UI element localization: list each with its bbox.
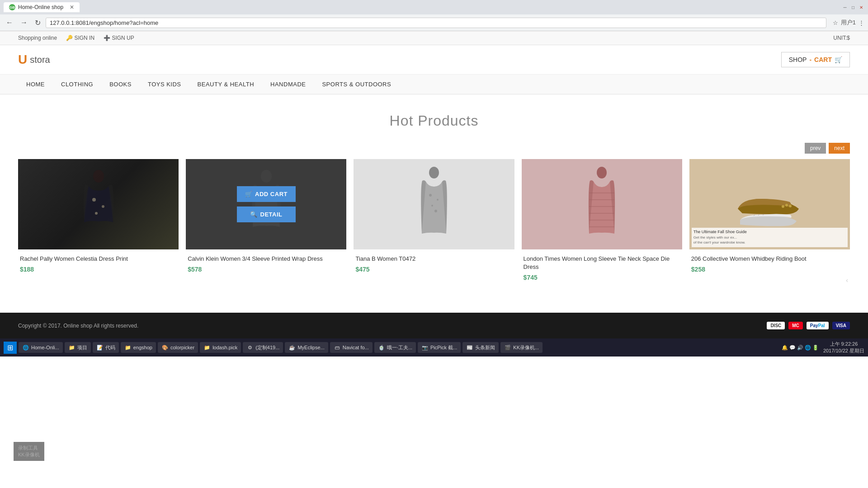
next-button[interactable]: next — [829, 143, 850, 154]
taskbar-item-wangwang[interactable]: 🍵 哦一·工夫... — [374, 342, 416, 353]
address-bar[interactable] — [46, 18, 826, 28]
product-info-2: Calvin Klein Women 3/4 Sleeve Printed Wr… — [186, 249, 346, 275]
taskbar-colorpicker-label: colorpicker — [170, 345, 194, 350]
eclipse-icon: ☕ — [288, 344, 296, 351]
nav-item-beauty-health[interactable]: BEAUTY & HEALTH — [189, 75, 263, 94]
taskbar-eclipse-label: MyEclipse... — [297, 345, 324, 350]
window-controls: ─ □ ✕ — [842, 4, 864, 10]
product-figure-3 — [416, 166, 452, 243]
browser-actions: ☆ 用户1 ⋮ — [833, 19, 864, 27]
reload-btn[interactable]: ↻ — [33, 18, 43, 28]
taskbar-item-colorpicker[interactable]: 🎨 colorpicker — [158, 342, 198, 353]
shopping-online-link[interactable]: Shopping online — [18, 35, 57, 41]
taskbar-item-code[interactable]: 📝 代码 — [93, 342, 119, 353]
taskbar-code-label: 代码 — [105, 344, 115, 351]
svg-point-18 — [785, 204, 788, 206]
taskbar-engshop-label: engshop — [133, 345, 152, 350]
shop-label: SHOP — [789, 56, 807, 63]
add-cart-button-2[interactable]: 🛒 ADD CART — [237, 186, 296, 202]
product-image-3 — [354, 159, 514, 249]
dash-separator: - — [809, 56, 811, 63]
browser-tab[interactable]: GB Home-Online shop ✕ — [4, 2, 80, 12]
svg-point-6 — [429, 194, 432, 197]
svg-point-17 — [782, 205, 784, 208]
taskbar-item-kk[interactable]: 🎬 KK录像机... — [500, 342, 542, 353]
logo-text: stora — [30, 55, 50, 65]
taskbar-config-label: (定制419... — [255, 344, 279, 351]
payment-icons: DISC MC PayPal VISA — [767, 322, 850, 329]
svg-point-2 — [102, 205, 104, 208]
back-btn[interactable]: ← — [4, 18, 15, 28]
nav-item-handmade[interactable]: HANDMADE — [262, 75, 314, 94]
svg-point-1 — [92, 198, 96, 202]
taskbar-item-navicat[interactable]: 🗃 Navicat fo... — [330, 342, 373, 353]
taskbar-item-eclipse[interactable]: ☕ MyEclipse... — [285, 342, 328, 353]
browser-titlebar: GB Home-Online shop ✕ ─ □ ✕ — [0, 0, 868, 14]
svg-point-19 — [789, 205, 792, 207]
start-button[interactable]: ⊞ — [4, 342, 17, 354]
product-price-1: $188 — [20, 266, 177, 273]
nav-item-toys-kids[interactable]: TOYS KIDS — [140, 75, 189, 94]
product-card-5[interactable]: The Ultimate Fall Shoe Guide Get the sty… — [689, 159, 850, 286]
folder1-icon: 📁 — [68, 344, 75, 351]
picpick-icon: 📷 — [421, 344, 429, 351]
product-price-2: $578 — [188, 266, 344, 273]
svg-point-3 — [95, 212, 98, 215]
signin-link[interactable]: 🔑 SIGN IN — [66, 35, 94, 41]
product-figure-5 — [733, 177, 806, 231]
product-price-4: $745 — [524, 274, 680, 281]
wangwang-icon: 🍵 — [378, 344, 385, 351]
close-btn[interactable]: ✕ — [858, 4, 864, 10]
taskbar-navicat-label: Navicat fo... — [343, 345, 369, 350]
prev-button[interactable]: prev — [805, 143, 826, 154]
code-icon: 📝 — [96, 344, 104, 351]
maximize-btn[interactable]: □ — [850, 4, 856, 10]
product-name-5: 206 Collective Women Whidbey Riding Boot — [691, 255, 848, 263]
nav-item-clothing[interactable]: CLOTHING — [53, 75, 101, 94]
navicat-icon: 🗃 — [334, 344, 341, 351]
product-name-1: Rachel Pally Women Celestia Dress Print — [20, 255, 177, 263]
prev-product-icon[interactable]: ‹ — [846, 277, 848, 284]
taskbar-item-picpick[interactable]: 📷 PicPick 截... — [418, 342, 461, 353]
product-card-1[interactable]: Rachel Pally Women Celestia Dress Print … — [18, 159, 179, 286]
svg-point-5 — [429, 167, 439, 178]
colorpicker-icon: 🎨 — [161, 344, 169, 351]
signup-link[interactable]: ➕ SIGN UP — [104, 35, 134, 41]
menu-icon[interactable]: ⋮ — [859, 19, 864, 26]
taskbar-item-folder1[interactable]: 📁 项目 — [65, 342, 91, 353]
unit-label: UNIT:$ — [833, 35, 850, 41]
product-card-4[interactable]: London Times Women Long Sleeve Tie Neck … — [522, 159, 682, 286]
nav-item-home[interactable]: HOME — [18, 75, 53, 94]
taskbar-icons: 🔔 💬 🔊 🌐 🔋 — [782, 345, 819, 351]
svg-point-8 — [431, 205, 433, 206]
detail-button-2[interactable]: 🔍 DETAIL — [237, 206, 296, 222]
minimize-btn[interactable]: ─ — [842, 4, 848, 10]
product-card-3[interactable]: Tiana B Women T0472 $475 — [354, 159, 514, 286]
bookmark-icon[interactable]: ☆ — [833, 19, 838, 26]
taskbar: ⊞ 🌐 Home-Onli... 📁 项目 📝 代码 📁 engshop 🎨 c… — [0, 338, 868, 357]
taskbar-lodash-label: lodash.pick — [212, 345, 237, 350]
taskbar-item-news[interactable]: 📰 头条新闻 — [462, 342, 499, 353]
main-content: Hot Products prev next R — [0, 94, 868, 304]
nav-item-sports-outdoors[interactable]: SPORTS & OUTDOORS — [314, 75, 399, 94]
nav-item-books[interactable]: BOOKS — [101, 75, 140, 94]
shoe-guide-overlay: The Ultimate Fall Shoe Guide Get the sty… — [692, 228, 848, 247]
product-info-5: 206 Collective Women Whidbey Riding Boot… — [689, 249, 850, 275]
main-nav: HOME CLOTHING BOOKS TOYS KIDS BEAUTY & H… — [0, 75, 868, 94]
product-name-3: Tiana B Women T0472 — [355, 255, 512, 263]
cart-label: CART — [814, 56, 832, 63]
taskbar-item-browser[interactable]: 🌐 Home-Onli... — [19, 342, 63, 353]
svg-point-9 — [434, 210, 437, 212]
clock-time: 上午 9:22:26 — [823, 341, 864, 347]
forward-btn[interactable]: → — [18, 18, 30, 28]
logo[interactable]: U stora — [18, 52, 50, 67]
taskbar-item-config[interactable]: ⚙ (定制419... — [243, 342, 283, 353]
taskbar-item-engshop[interactable]: 📁 engshop — [121, 342, 156, 353]
product-image-4 — [522, 159, 682, 249]
products-grid: Rachel Pally Women Celestia Dress Print … — [18, 159, 850, 286]
taskbar-item-lodash[interactable]: 📁 lodash.pick — [200, 342, 241, 353]
shop-cart-button[interactable]: SHOP - CART 🛒 — [781, 52, 850, 67]
tab-close-btn[interactable]: ✕ — [70, 4, 74, 10]
product-info-1: Rachel Pally Women Celestia Dress Print … — [18, 249, 179, 275]
product-card-2[interactable]: 🛒 ADD CART 🔍 DETAIL Calvin Klein Women 3… — [186, 159, 346, 286]
